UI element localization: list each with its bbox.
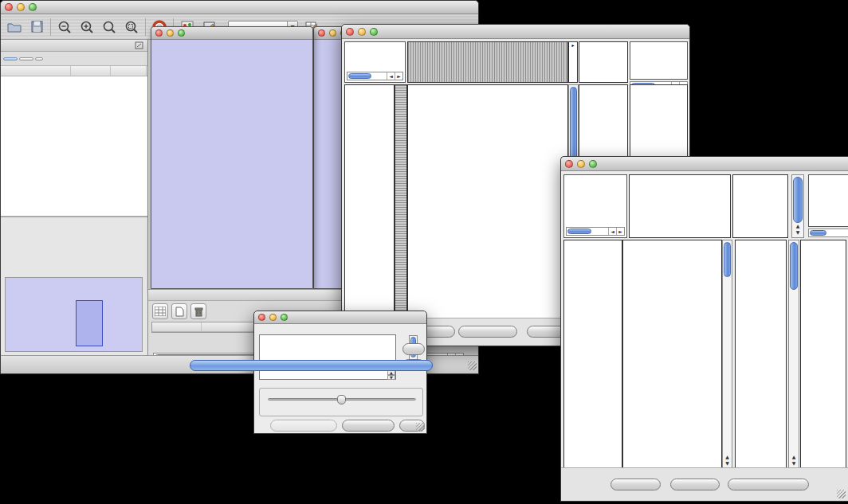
settings-button[interactable]	[610, 479, 661, 490]
tv2-zoom-panel	[735, 240, 787, 469]
tv2-title-bar[interactable]	[561, 157, 848, 171]
tv2-gene-name-list	[800, 240, 846, 469]
network-canvas[interactable]	[151, 40, 312, 289]
close-button[interactable]	[565, 160, 573, 168]
create-vizmap-button[interactable]	[342, 420, 395, 432]
scrollbar-thumb[interactable]	[793, 177, 803, 223]
overview-viewport[interactable]	[76, 300, 103, 346]
close-button[interactable]	[346, 28, 354, 36]
close-button[interactable]	[258, 314, 265, 321]
minimize-button[interactable]	[577, 160, 585, 168]
scroll-right-arrow[interactable]: ►	[616, 228, 624, 235]
zoom-button[interactable]	[589, 160, 597, 168]
toolbar-separator	[50, 18, 51, 36]
scrollbar-thumb[interactable]	[348, 73, 371, 79]
zoom-out-icon[interactable]	[56, 18, 73, 36]
zoom-in-icon[interactable]	[78, 18, 96, 36]
scroll-left-arrow[interactable]: ◄	[608, 228, 616, 235]
scroll-down-arrow[interactable]: ▼	[792, 229, 803, 236]
float-panel-icon[interactable]	[135, 41, 144, 49]
tv2-vscrollbar[interactable]: ▲ ▼	[722, 240, 732, 469]
animation-speed-slider[interactable]	[268, 398, 416, 400]
attribute-list[interactable]	[259, 334, 396, 380]
tv2-usage-hints-box	[808, 174, 848, 227]
tab-network[interactable]	[3, 57, 18, 61]
scrollbar-thumb[interactable]	[790, 242, 798, 290]
scroll-down-arrow[interactable]: ▼	[789, 460, 799, 467]
select-attributes-icon[interactable]	[152, 303, 168, 319]
heatmap-zoom-canvas[interactable]	[736, 240, 786, 468]
col-edges[interactable]	[111, 66, 147, 76]
tv1-title-bar[interactable]	[342, 25, 689, 39]
create-attribute-icon[interactable]	[171, 303, 187, 319]
view-status-scrollbar[interactable]: ◄ ►	[566, 227, 625, 236]
export-graphics-button[interactable]	[458, 326, 517, 338]
tv2-label-scrollbar[interactable]: ▲ ▼	[791, 174, 804, 238]
tv1-splitter-strip[interactable]: ▸	[568, 41, 578, 83]
export-graphics-button[interactable]	[728, 479, 809, 490]
close-button[interactable]	[155, 29, 163, 37]
dialog-title-bar[interactable]	[254, 311, 426, 324]
dense-network-canvas[interactable]	[314, 40, 344, 288]
col-id[interactable]	[152, 322, 202, 331]
zoom-button[interactable]	[178, 29, 185, 37]
tv2-array-labels	[732, 174, 788, 238]
expression-heatmap-canvas[interactable]	[623, 240, 721, 468]
usage-hints-title	[630, 42, 687, 44]
open-file-icon[interactable]	[6, 18, 23, 36]
minimize-button[interactable]	[269, 314, 277, 321]
slider-thumb[interactable]	[337, 395, 346, 404]
animate-vizmap-button[interactable]	[270, 420, 337, 432]
minimize-button[interactable]	[329, 29, 336, 37]
scroll-down-arrow[interactable]: ▼	[723, 460, 732, 467]
tv2-usage-hints-scrollbar[interactable]	[808, 229, 848, 237]
tab-vizmapper[interactable]	[19, 57, 33, 61]
network-overview-thumbnail[interactable]	[5, 277, 143, 352]
col-network[interactable]	[1, 66, 71, 76]
scroll-down-arrow[interactable]: ▼	[387, 375, 395, 380]
node-attribute-browser-tab[interactable]	[190, 360, 433, 371]
minimize-button[interactable]	[17, 3, 25, 11]
zoom-button[interactable]	[370, 28, 378, 36]
background-network-window[interactable]	[313, 26, 345, 289]
scroll-right-arrow[interactable]: ►	[395, 72, 402, 80]
minimize-button[interactable]	[358, 28, 366, 36]
delete-attribute-icon[interactable]	[190, 303, 206, 319]
scrollbar-thumb[interactable]	[810, 230, 826, 236]
view-status-title	[345, 42, 405, 44]
zoom-selected-icon[interactable]	[100, 18, 118, 36]
save-data-button[interactable]	[670, 479, 720, 490]
tab-overflow-arrow[interactable]	[35, 57, 43, 61]
tv1-row-dendrogram[interactable]	[344, 84, 395, 319]
view-status-scrollbar[interactable]: ◄ ►	[347, 72, 403, 80]
tv1-column-dendrogram[interactable]	[407, 41, 568, 83]
scrollbar-thumb[interactable]	[567, 229, 591, 234]
tv2-row-dendrogram[interactable]	[563, 240, 622, 469]
resize-grip[interactable]	[416, 423, 425, 432]
zoom-button[interactable]	[281, 314, 288, 321]
control-panel-tabs	[1, 52, 147, 66]
treeview-window-2: ◄ ► ▲ ▼ ▲ ▼	[560, 156, 848, 502]
move-up-button[interactable]	[402, 343, 425, 355]
animation-speed-group	[259, 388, 423, 416]
background-network-titlebar[interactable]	[314, 27, 344, 40]
main-title-bar[interactable]	[1, 1, 478, 14]
col-nodes[interactable]	[71, 66, 111, 76]
gene-gene-heatmap-canvas[interactable]	[408, 85, 567, 318]
scroll-left-arrow[interactable]: ◄	[387, 72, 395, 80]
close-button[interactable]	[5, 3, 13, 11]
tv2-column-dendrogram[interactable]	[629, 174, 731, 238]
tv2-zoom-scrollbar[interactable]: ▲ ▼	[788, 240, 799, 469]
minimize-button[interactable]	[167, 29, 174, 37]
close-button[interactable]	[318, 29, 325, 37]
toolbar-separator	[145, 18, 146, 36]
tv1-selected-gene-labels	[579, 41, 628, 83]
resize-grip[interactable]	[468, 361, 477, 370]
zoom-fit-icon[interactable]	[123, 18, 140, 36]
network-view-titlebar[interactable]	[151, 27, 312, 40]
resize-grip[interactable]	[837, 490, 846, 498]
scrollbar-thumb[interactable]	[724, 242, 731, 277]
network-view-window	[151, 26, 313, 289]
save-session-icon[interactable]	[28, 18, 45, 36]
zoom-button[interactable]	[29, 3, 37, 11]
